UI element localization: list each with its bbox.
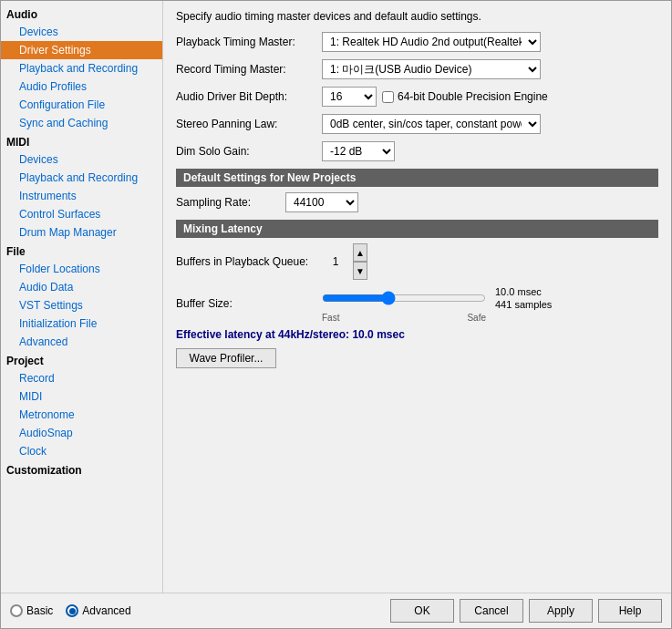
apply-button[interactable]: Apply	[529, 599, 593, 623]
dialog-button-group: OK Cancel Apply Help	[390, 599, 662, 623]
buffer-size-slider-row: 10.0 msec 441 samples	[322, 285, 552, 312]
basic-radio-item[interactable]: Basic	[10, 604, 53, 617]
advanced-radio-label: Advanced	[82, 604, 130, 617]
main-content: Specify audio timing master devices and …	[163, 1, 671, 593]
stereo-panning-law-control: 0dB center, sin/cos taper, constant powe…	[322, 114, 658, 134]
buffers-playback-queue-row: Buffers in Playback Queue: 1 ▲ ▼	[176, 243, 658, 280]
sidebar-item-midi-devices[interactable]: Devices	[1, 150, 162, 169]
double-precision-checkbox-label[interactable]: 64-bit Double Precision Engine	[382, 90, 548, 103]
sidebar-section-file: File	[1, 242, 162, 260]
sidebar-item-midi-drum-map-manager[interactable]: Drum Map Manager	[1, 223, 162, 242]
sampling-rate-label: Sampling Rate:	[176, 196, 285, 209]
double-precision-checkbox[interactable]	[382, 91, 394, 103]
main-description: Specify audio timing master devices and …	[176, 10, 658, 23]
sidebar-item-file-initialization-file[interactable]: Initialization File	[1, 314, 162, 333]
latency-section: Buffers in Playback Queue: 1 ▲ ▼ Buffer …	[176, 243, 658, 368]
stereo-panning-law-label: Stereo Panning Law:	[176, 118, 322, 130]
cancel-button[interactable]: Cancel	[460, 599, 523, 623]
buffer-size-row: Buffer Size: 10.0 msec 441 samples Fast …	[176, 285, 658, 323]
ok-button[interactable]: OK	[390, 599, 454, 623]
sampling-rate-row: Sampling Rate: 44100	[176, 192, 658, 212]
fast-label: Fast	[322, 313, 339, 323]
dim-solo-gain-row: Dim Solo Gain: -12 dB	[176, 141, 658, 161]
sidebar-item-project-audiosnap[interactable]: AudioSnap	[1, 424, 162, 442]
record-timing-master-row: Record Timing Master: 1: 마이크(USB Audio D…	[176, 59, 658, 79]
sidebar-item-project-record[interactable]: Record	[1, 369, 162, 387]
buffers-playback-queue-control: 1 ▲ ▼	[322, 243, 367, 280]
buffers-value-display: 1	[322, 255, 349, 268]
mixing-latency-header: Mixing Latency	[176, 220, 658, 238]
buffers-increment-button[interactable]: ▲	[353, 243, 367, 262]
audio-driver-bit-depth-select[interactable]: 16	[322, 87, 377, 107]
sidebar-item-audio-devices[interactable]: Devices	[1, 23, 162, 41]
basic-radio-dot	[10, 604, 23, 617]
playback-timing-master-label: Playback Timing Master:	[176, 36, 322, 48]
sidebar-item-audio-playback-recording[interactable]: Playback and Recording	[1, 59, 162, 77]
audio-driver-bit-depth-label: Audio Driver Bit Depth:	[176, 90, 322, 103]
buffer-size-label: Buffer Size:	[176, 297, 322, 310]
playback-timing-master-row: Playback Timing Master: 1: Realtek HD Au…	[176, 32, 658, 52]
buffer-size-info: 10.0 msec 441 samples	[495, 285, 552, 312]
wave-profiler-button[interactable]: Wave Profiler...	[176, 348, 276, 368]
dim-solo-gain-label: Dim Solo Gain:	[176, 145, 322, 158]
playback-timing-master-select[interactable]: 1: Realtek HD Audio 2nd output(Realtek(R…	[322, 32, 541, 52]
basic-radio-label: Basic	[26, 604, 53, 617]
dim-solo-gain-control: -12 dB	[322, 141, 658, 161]
help-button[interactable]: Help	[598, 599, 662, 623]
effective-latency-value: 10.0 msec	[352, 328, 404, 341]
sidebar-item-midi-instruments[interactable]: Instruments	[1, 187, 162, 205]
sidebar-item-audio-driver-settings[interactable]: Driver Settings	[1, 41, 162, 59]
buffer-size-msec: 10.0 msec	[495, 285, 552, 298]
effective-latency-row: Effective latency at 44kHz/stereo: 10.0 …	[176, 328, 658, 341]
sidebar-item-project-metronome[interactable]: Metronome	[1, 406, 162, 424]
buffers-playback-queue-label: Buffers in Playback Queue:	[176, 255, 322, 268]
sidebar-item-file-audio-data[interactable]: Audio Data	[1, 278, 162, 296]
effective-latency-text: Effective latency at 44kHz/stereo:	[176, 328, 349, 341]
default-settings-header: Default Settings for New Projects	[176, 169, 658, 187]
sidebar-section-customization: Customization	[1, 460, 162, 479]
sidebar: Audio Devices Driver Settings Playback a…	[1, 1, 163, 593]
safe-label: Safe	[467, 313, 486, 323]
audio-driver-bit-depth-control: 16 64-bit Double Precision Engine	[322, 87, 658, 107]
sidebar-item-midi-control-surfaces[interactable]: Control Surfaces	[1, 205, 162, 223]
playback-timing-master-control: 1: Realtek HD Audio 2nd output(Realtek(R…	[322, 32, 658, 52]
sidebar-section-audio: Audio	[1, 5, 162, 23]
sidebar-panel: Audio Devices Driver Settings Playback a…	[1, 1, 163, 593]
sidebar-item-file-vst-settings[interactable]: VST Settings	[1, 296, 162, 314]
buffer-size-samples: 441 samples	[495, 298, 552, 311]
record-timing-master-select[interactable]: 1: 마이크(USB Audio Device)	[322, 59, 541, 79]
sidebar-section-midi: MIDI	[1, 132, 162, 150]
bottom-bar: Basic Advanced OK Cancel Apply Help	[1, 593, 671, 628]
sampling-rate-select[interactable]: 44100	[285, 192, 358, 212]
sidebar-item-midi-playback-recording[interactable]: Playback and Recording	[1, 169, 162, 187]
sidebar-section-project: Project	[1, 351, 162, 369]
sidebar-item-audio-profiles[interactable]: Audio Profiles	[1, 77, 162, 96]
buffer-size-slider[interactable]	[322, 291, 486, 305]
advanced-radio-dot	[66, 604, 78, 617]
slider-labels: Fast Safe	[322, 313, 486, 323]
sidebar-item-audio-configuration-file[interactable]: Configuration File	[1, 96, 162, 114]
stereo-panning-law-select[interactable]: 0dB center, sin/cos taper, constant powe…	[322, 114, 541, 134]
record-timing-master-label: Record Timing Master:	[176, 63, 322, 76]
sidebar-item-project-midi[interactable]: MIDI	[1, 387, 162, 406]
sidebar-item-project-clock[interactable]: Clock	[1, 442, 162, 460]
stereo-panning-law-row: Stereo Panning Law: 0dB center, sin/cos …	[176, 114, 658, 134]
dim-solo-gain-select[interactable]: -12 dB	[322, 141, 395, 161]
advanced-radio-item[interactable]: Advanced	[66, 604, 130, 617]
sidebar-item-file-folder-locations[interactable]: Folder Locations	[1, 260, 162, 278]
buffers-decrement-button[interactable]: ▼	[353, 262, 367, 280]
sidebar-item-file-advanced[interactable]: Advanced	[1, 333, 162, 351]
record-timing-master-control: 1: 마이크(USB Audio Device)	[322, 59, 658, 79]
double-precision-label-text: 64-bit Double Precision Engine	[398, 90, 548, 103]
dialog-body: Audio Devices Driver Settings Playback a…	[1, 1, 671, 593]
view-mode-radio-group: Basic Advanced	[10, 604, 131, 617]
sidebar-item-audio-sync-caching[interactable]: Sync and Caching	[1, 114, 162, 132]
audio-driver-bit-depth-row: Audio Driver Bit Depth: 16 64-bit Double…	[176, 87, 658, 107]
buffer-size-control: 10.0 msec 441 samples Fast Safe	[322, 285, 552, 323]
dialog: Audio Devices Driver Settings Playback a…	[0, 0, 672, 629]
